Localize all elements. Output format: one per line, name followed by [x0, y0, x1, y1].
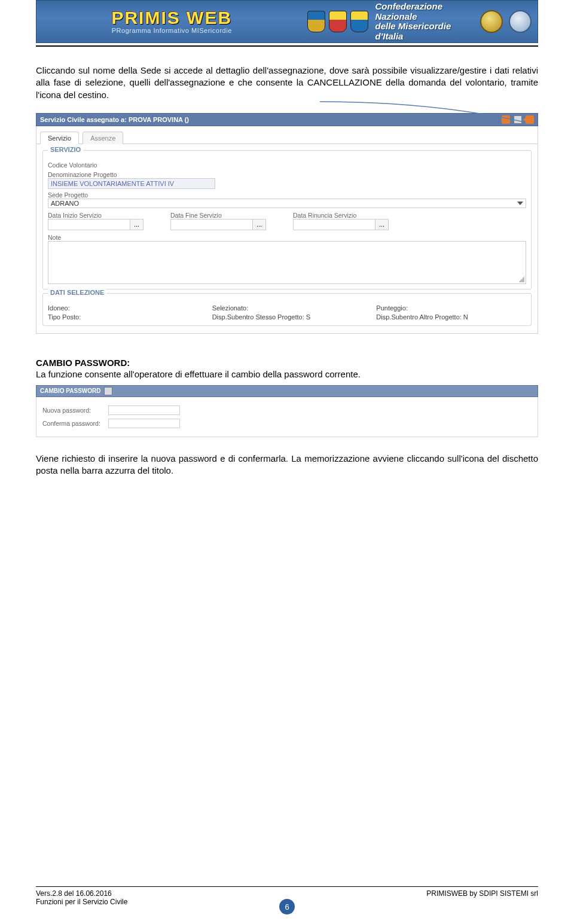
form-screenshot: Servizio Civile assegnato a: PROVA PROVI…: [36, 113, 538, 334]
shield-icon: [307, 11, 325, 32]
password-title: CAMBIO PASSWORD: [40, 388, 100, 394]
paragraph-cambio-after: Viene richiesto di inserire la nuova pas…: [36, 453, 538, 477]
chevron-down-icon: [517, 202, 523, 205]
input-data-rinuncia[interactable]: ...: [293, 219, 389, 230]
select-sede-progetto[interactable]: ADRANO: [48, 199, 526, 208]
save-icon[interactable]: [104, 387, 112, 395]
textarea-note[interactable]: [48, 241, 526, 284]
field-selezionato: Selezionato:: [212, 304, 362, 312]
header-banner: PRIMIS WEB PRogramma Informativo MISeric…: [36, 0, 538, 43]
field-disp-subentro-altro: Disp.Subentro Altro Progetto: N: [376, 313, 526, 321]
date-picker-icon[interactable]: ...: [375, 219, 388, 230]
seal-icon: [509, 10, 532, 33]
date-picker-icon[interactable]: ...: [130, 219, 143, 230]
field-denominazione-progetto: INSIEME VOLONTARIAMENTE ATTIVI IV: [48, 178, 215, 189]
seal-icon: [480, 10, 503, 33]
field-idoneo: Idoneo:: [48, 304, 198, 312]
label-nuova-password: Nuova password:: [42, 407, 108, 414]
paragraph-intro: Cliccando sul nome della Sede si accede …: [36, 65, 538, 101]
label-note: Note: [48, 234, 526, 241]
date-picker-icon[interactable]: ...: [252, 219, 265, 230]
paragraph-cambio-desc: La funzione consente all'operatore di ef…: [36, 369, 538, 379]
tab-assenze[interactable]: Assenze: [83, 132, 123, 144]
label-sede-progetto: Sede Progetto: [48, 191, 526, 199]
back-icon[interactable]: [526, 115, 534, 124]
footer-version: Vers.2.8 del 16.06.2016: [36, 889, 237, 898]
label-data-rinuncia: Data Rinuncia Servizio: [293, 212, 404, 219]
select-sede-value: ADRANO: [51, 200, 79, 207]
page-number-badge: 6: [279, 899, 295, 914]
header-rule: [36, 45, 538, 47]
field-tipo-posto: Tipo Posto:: [48, 313, 198, 321]
footer-right: PRIMISWEB by SDIPI SISTEMI srl: [237, 889, 538, 898]
banner-org-icons: [480, 10, 538, 33]
label-data-fine: Data Fine Servizio: [170, 212, 281, 219]
input-nuova-password[interactable]: [108, 405, 180, 415]
banner-org-line2: delle Misericordie d'Italia: [375, 22, 480, 41]
input-conferma-password[interactable]: [108, 419, 180, 428]
banner-org-line1: Confederazione Nazionale: [375, 2, 480, 22]
save-icon[interactable]: [514, 115, 522, 124]
banner-subtitle: PRogramma Informativo MISericordie: [112, 27, 232, 34]
input-data-fine[interactable]: ...: [170, 219, 266, 230]
field-disp-subentro-stesso: Disp.Subentro Stesso Progetto: S: [212, 313, 362, 321]
tab-servizio[interactable]: Servizio: [40, 132, 79, 144]
shield-icon: [350, 11, 368, 32]
input-data-inizio[interactable]: ...: [48, 219, 144, 230]
legend-servizio: SERVIZIO: [48, 146, 83, 153]
legend-dati-selezione: DATI SELEZIONE: [48, 289, 106, 296]
shield-icon: [329, 11, 347, 32]
banner-title: PRIMIS WEB: [111, 9, 232, 27]
label-codice-volontario: Codice Volontario: [48, 161, 526, 169]
trash-icon[interactable]: [502, 115, 510, 124]
form-title: Servizio Civile assegnato a: PROVA PROVI…: [40, 116, 189, 123]
password-screenshot: CAMBIO PASSWORD Nuova password: Conferma…: [36, 385, 538, 437]
field-punteggio: Punteggio:: [376, 304, 526, 312]
label-data-inizio: Data Inizio Servizio: [48, 212, 158, 219]
footer-subtitle: Funzioni per il Servizio Civile: [36, 898, 237, 906]
label-denominazione-progetto: Denominazione Progetto: [48, 171, 526, 178]
label-conferma-password: Conferma password:: [42, 420, 108, 427]
banner-shields: [307, 1, 368, 42]
heading-cambio-password: CAMBIO PASSWORD:: [36, 358, 538, 368]
